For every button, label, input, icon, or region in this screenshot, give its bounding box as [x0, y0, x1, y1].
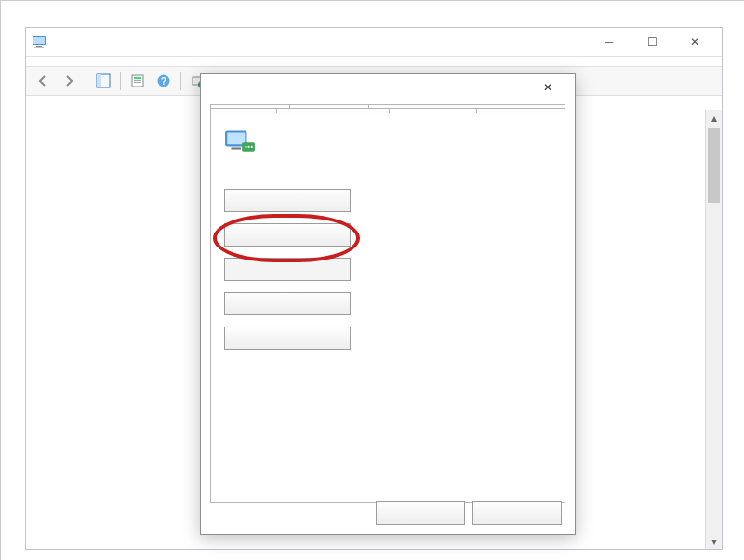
forward-button[interactable]: [58, 70, 80, 92]
help-button[interactable]: ?: [153, 70, 175, 92]
minimize-button[interactable]: ─: [588, 28, 631, 56]
svg-rect-1: [33, 37, 45, 44]
svg-rect-3: [34, 47, 44, 48]
properties-dialog: ✕: [200, 73, 576, 535]
separator-icon: [180, 72, 181, 90]
scroll-thumb[interactable]: [708, 128, 720, 203]
svg-rect-8: [134, 80, 141, 81]
tabs: [210, 104, 565, 113]
disable-device-button[interactable]: [224, 292, 351, 315]
svg-rect-21: [231, 147, 241, 149]
menubar: [26, 57, 722, 67]
computer-icon: [32, 34, 46, 49]
svg-rect-20: [227, 133, 245, 145]
details-button[interactable]: [224, 189, 351, 212]
tab-driver[interactable]: [390, 108, 478, 113]
dialog-titlebar: ✕: [201, 74, 575, 100]
rollback-button: [224, 258, 351, 281]
separator-icon: [86, 72, 86, 90]
tab-panel-driver: [210, 113, 565, 503]
svg-rect-7: [134, 77, 141, 79]
svg-text:?: ?: [161, 76, 166, 87]
close-button[interactable]: ✕: [673, 28, 716, 56]
properties-button[interactable]: [126, 70, 149, 92]
svg-point-25: [251, 146, 253, 148]
back-button[interactable]: [32, 70, 54, 92]
show-tree-button[interactable]: [92, 70, 114, 92]
separator-icon: [120, 72, 121, 90]
maximize-button[interactable]: ☐: [631, 28, 673, 56]
svg-point-23: [245, 146, 246, 148]
close-button[interactable]: ✕: [528, 74, 567, 100]
scrollbar[interactable]: ▴ ▾: [705, 110, 722, 549]
titlebar: ─ ☐ ✕: [26, 28, 722, 57]
svg-rect-9: [134, 82, 141, 83]
update-driver-button[interactable]: [224, 223, 351, 247]
svg-point-24: [248, 146, 250, 148]
svg-rect-2: [36, 46, 42, 47]
network-adapter-icon: [224, 125, 256, 156]
svg-rect-5: [97, 74, 101, 87]
remove-device-button[interactable]: [224, 327, 351, 350]
cancel-button[interactable]: [472, 501, 562, 525]
ok-button[interactable]: [376, 501, 465, 525]
scroll-down-button[interactable]: ▾: [706, 533, 722, 549]
scroll-up-button[interactable]: ▴: [706, 110, 722, 126]
